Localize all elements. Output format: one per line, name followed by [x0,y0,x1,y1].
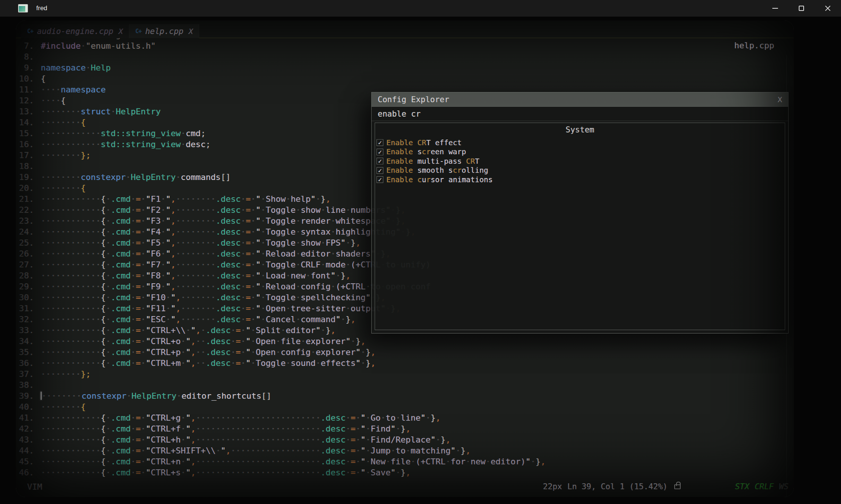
checkbox-checked-icon[interactable]: ✓ [377,139,383,146]
line-number: 19. [16,172,41,183]
line-number: 34. [16,336,41,347]
config-option[interactable]: ✓Enable smooth scrolling [375,166,785,175]
tab-label: help.cpp [145,27,183,36]
checkbox-checked-icon[interactable]: ✓ [377,176,383,183]
line-content: ············{·.cmd·=·"F5·",········.desc… [41,237,361,248]
line-content: #include·"enum-utils.h" [41,40,156,51]
tab-close-icon[interactable]: X [189,27,193,35]
code-line[interactable]: 39.········constexpr·HelpEntry·editor_sh… [16,390,794,401]
line-content: ············{·.cmd·=·"F2·",········.desc… [41,204,406,215]
line-number: 21. [16,194,41,204]
line-content: namespace·Help [41,62,111,73]
code-line[interactable]: 34.············{·.cmd·=·"CTRL+o·",··.des… [16,336,794,347]
line-content: ············{·.cmd·=·"F8·",········.desc… [41,270,351,281]
status-flag-crlf[interactable]: CRLF [755,482,774,491]
line-content: ············{·.cmd·=·"F10·",·······.desc… [41,292,386,303]
crt-screen: 6.#include·"config.h"7.#include·"enum-ut… [16,20,794,497]
tab-label: audio-engine.cpp [37,27,113,36]
close-button[interactable] [815,0,841,17]
code-line[interactable]: 10.{ [16,73,794,84]
config-search-input[interactable]: enable cr [372,107,788,121]
line-number: 7. [16,40,41,51]
line-content: ············{·.cmd·=·"CTRL+SHIFT+\\·",··… [41,445,470,456]
code-line[interactable]: 37.········}; [16,369,794,380]
line-content: ········}; [41,150,91,161]
code-line[interactable]: 35.············{·.cmd·=·"CTRL+p·",··.des… [16,347,794,358]
popup-title-text: Config Explorer [378,95,449,104]
line-number: 20. [16,183,41,194]
line-content: { [41,73,46,84]
config-option[interactable]: ✓Enable multi-pass CRT [375,157,785,166]
minimize-icon [772,8,778,9]
line-content: ········struct·HelpEntry [41,106,161,117]
line-content: ············{·.cmd·=·"CTRL+o·",··.desc·=… [41,336,366,347]
code-line[interactable]: 38. [16,380,794,390]
status-bar: 22px Ln 39, Col 1 (15.42%) STX CRLF WS [16,482,789,491]
tab-help[interactable]: C+ help.cpp X [129,24,200,38]
tab-audio-engine[interactable]: C+ audio-engine.cpp X [21,24,129,38]
app-icon [18,4,28,12]
code-line[interactable]: 43.············{·.cmd·=·"CTRL+h·",······… [16,434,794,445]
line-number: 23. [16,215,41,226]
popup-close-button[interactable]: X [778,95,782,104]
code-line[interactable]: 40.········{ [16,401,794,412]
minimize-button[interactable] [762,0,788,17]
status-flag-ws[interactable]: WS [779,482,789,491]
line-number: 27. [16,259,41,270]
line-content: ············{·.cmd·=·"CTRL+p·",··.desc·=… [41,347,376,358]
line-content: ············{·.cmd·=·"CTRL+g·",·········… [41,412,441,423]
line-number: 29. [16,281,41,292]
line-content: ············{·.cmd·=·"CTRL+m·",··.desc·=… [41,358,376,369]
checkbox-checked-icon[interactable]: ✓ [377,158,383,164]
config-option-label: Enable cursor animations [386,175,493,184]
line-content: ············{·.cmd·=·"CTRL+s·",·········… [41,467,411,478]
config-option[interactable]: ✓Enable cursor animations [375,175,785,184]
code-line[interactable]: 9.namespace·Help [16,62,794,73]
line-number: 37. [16,369,41,380]
code-line[interactable]: 45.············{·.cmd·=·"CTRL+n·",······… [16,456,794,467]
tab-close-icon[interactable]: X [118,27,123,35]
code-line[interactable]: 41.············{·.cmd·=·"CTRL+g·",······… [16,412,794,423]
line-number: 25. [16,237,41,248]
line-number: 11. [16,84,41,95]
code-line[interactable]: 7.#include·"enum-utils.h" [16,40,794,51]
current-file-indicator: help.cpp [734,41,774,50]
cpp-file-icon: C+ [27,28,33,35]
line-content: ············{·.cmd·=·"F3·",········.desc… [41,215,406,226]
line-number: 33. [16,325,41,336]
config-item-list: ✓Enable CRT effect✓Enable screen warp✓En… [375,138,785,184]
close-icon [825,5,831,11]
checkbox-checked-icon[interactable]: ✓ [377,149,383,155]
line-content: ············{·.cmd·=·"ESC·",·······.desc… [41,314,356,325]
line-content: ············std::string_view·desc; [41,139,211,150]
line-number: 22. [16,204,41,215]
line-content: ········constexpr·HelpEntry·editor_short… [41,390,271,401]
lock-icon [674,484,681,489]
line-content: ········{ [41,183,86,194]
code-line[interactable]: 46.············{·.cmd·=·"CTRL+s·",······… [16,467,794,478]
line-number: 31. [16,303,41,314]
status-flag-stx[interactable]: STX [735,482,749,491]
line-content: ········constexpr·HelpEntry·commands[] [41,172,231,183]
cursor-position-indicator: Ln 39, Col 1 (15.42%) [567,482,668,491]
config-option-label: Enable smooth scrolling [386,166,488,175]
config-option[interactable]: ✓Enable CRT effect [375,138,785,148]
code-line[interactable]: 36.············{·.cmd·=·"CTRL+m·",··.des… [16,358,794,369]
line-number: 24. [16,226,41,237]
line-number: 45. [16,456,41,467]
config-option-label: Enable CRT effect [386,138,462,147]
line-number: 16. [16,139,41,150]
code-line[interactable]: 44.············{·.cmd·=·"CTRL+SHIFT+\\·"… [16,445,794,456]
config-option[interactable]: ✓Enable screen warp [375,148,785,157]
maximize-button[interactable] [788,0,815,17]
line-number: 46. [16,467,41,478]
line-number: 43. [16,434,41,445]
popup-titlebar[interactable]: Config Explorer X [372,92,788,107]
code-line[interactable]: 8. [16,51,794,62]
line-number: 10. [16,73,41,84]
line-content: ············{·.cmd·=·"CTRL+\\·",·.desc·=… [41,325,336,336]
line-number: 12. [16,95,41,106]
line-content: ············std::string_view·cmd; [41,128,206,139]
checkbox-checked-icon[interactable]: ✓ [377,167,383,174]
code-line[interactable]: 42.············{·.cmd·=·"CTRL+f·",······… [16,423,794,434]
